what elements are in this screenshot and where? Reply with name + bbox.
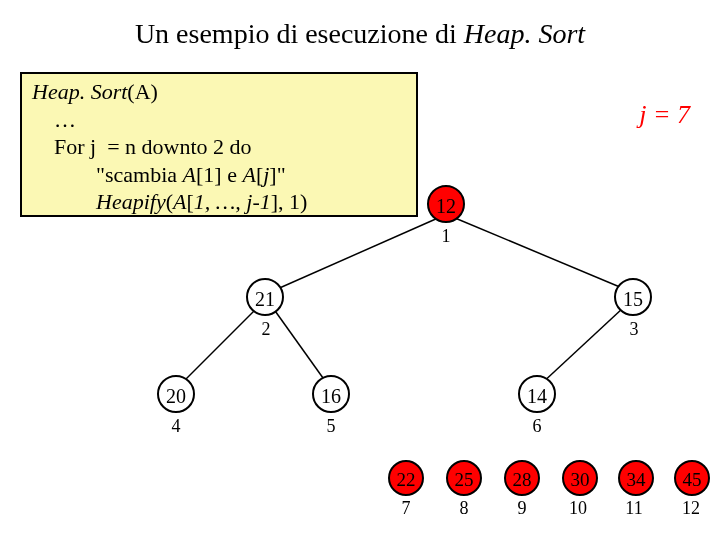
node-12: 45 bbox=[674, 460, 710, 496]
edge-1-3 bbox=[455, 218, 627, 290]
idx-10: 10 bbox=[563, 498, 593, 519]
idx-8: 8 bbox=[449, 498, 479, 519]
c4a: "scambia bbox=[96, 162, 183, 187]
node-3: 15 bbox=[614, 278, 652, 316]
c4d: A bbox=[242, 162, 255, 187]
page-title: Un esempio di esecuzione di Heap. Sort bbox=[0, 18, 720, 50]
code-line-1: Heap. Sort(A) bbox=[32, 78, 406, 106]
c5f: ], 1) bbox=[271, 189, 308, 214]
node-11: 34 bbox=[618, 460, 654, 496]
c5b: ( bbox=[166, 189, 173, 214]
node-6: 14 bbox=[518, 375, 556, 413]
edge-1-2 bbox=[275, 218, 438, 290]
c5a: Heapify bbox=[96, 189, 166, 214]
code-line1-ital: Heap. Sort bbox=[32, 79, 127, 104]
edge-2-4 bbox=[180, 308, 257, 385]
idx-9: 9 bbox=[507, 498, 537, 519]
idx-12: 12 bbox=[676, 498, 706, 519]
code-box: Heap. Sort(A) … For j = n downto 2 do "s… bbox=[20, 72, 418, 217]
code-line-2: … bbox=[32, 106, 406, 134]
c4c: [1] e bbox=[196, 162, 242, 187]
c5d: [ bbox=[186, 189, 193, 214]
c5e: 1, …, j-1 bbox=[194, 189, 271, 214]
node-9: 28 bbox=[504, 460, 540, 496]
edge-3-6 bbox=[540, 308, 623, 385]
node-1: 12 bbox=[427, 185, 465, 223]
idx-2: 2 bbox=[251, 319, 281, 340]
idx-3: 3 bbox=[619, 319, 649, 340]
idx-6: 6 bbox=[522, 416, 552, 437]
node-2: 21 bbox=[246, 278, 284, 316]
slide: Un esempio di esecuzione di Heap. Sort H… bbox=[0, 0, 720, 540]
idx-7: 7 bbox=[391, 498, 421, 519]
c5c: A bbox=[173, 189, 186, 214]
idx-1: 1 bbox=[431, 226, 461, 247]
code-line-4: "scambia A[1] e A[j]" bbox=[32, 161, 406, 189]
title-text: Un esempio di esecuzione di bbox=[135, 18, 464, 49]
title-ital: Heap. Sort bbox=[464, 18, 585, 49]
node-10: 30 bbox=[562, 460, 598, 496]
node-7: 22 bbox=[388, 460, 424, 496]
node-5: 16 bbox=[312, 375, 350, 413]
node-8: 25 bbox=[446, 460, 482, 496]
idx-5: 5 bbox=[316, 416, 346, 437]
idx-11: 11 bbox=[619, 498, 649, 519]
c4b: A bbox=[183, 162, 196, 187]
code-line1-rest: (A) bbox=[127, 79, 158, 104]
code-line-3: For j = n downto 2 do bbox=[32, 133, 406, 161]
j-value: j = 7 bbox=[639, 100, 690, 130]
c4g: ]" bbox=[269, 162, 285, 187]
code-line-5: Heapify(A[1, …, j-1], 1) bbox=[32, 188, 406, 216]
node-4: 20 bbox=[157, 375, 195, 413]
idx-4: 4 bbox=[161, 416, 191, 437]
edge-2-5 bbox=[273, 308, 328, 385]
